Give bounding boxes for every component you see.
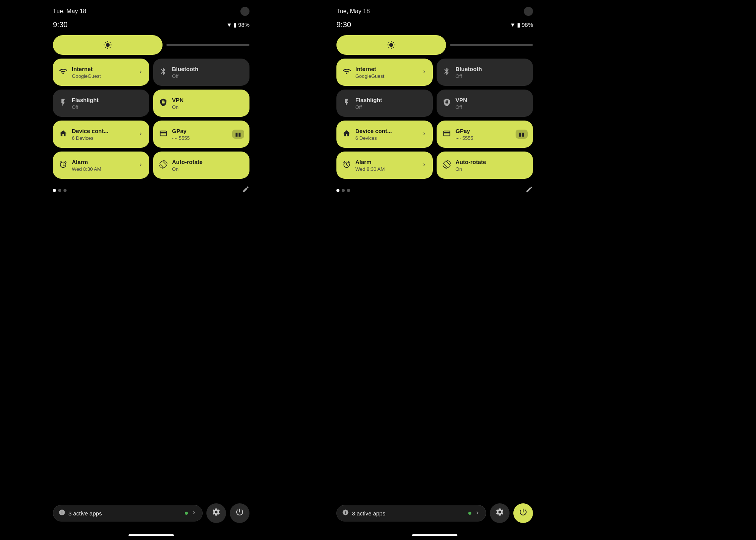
phone-panel-right: Tue, May 189:30▼▮98%InternetGoogleGuestB… bbox=[321, 0, 548, 540]
nav-bar bbox=[336, 534, 533, 540]
edit-icon[interactable] bbox=[242, 186, 249, 195]
status-icons: ▼▮98% bbox=[226, 22, 249, 28]
active-apps-pill[interactable]: 3 active apps bbox=[53, 505, 203, 521]
bottom-bar: 3 active apps bbox=[336, 503, 533, 534]
tile-badge: ▮▮ bbox=[516, 130, 528, 139]
tile-flashlight[interactable]: FlashlightOff bbox=[336, 90, 433, 117]
tile-flashlight[interactable]: FlashlightOff bbox=[53, 90, 149, 117]
tile-internet-text: InternetGoogleGuest bbox=[72, 66, 133, 79]
tile-autorotate-subtitle: On bbox=[455, 166, 527, 172]
nav-bar bbox=[53, 534, 249, 540]
battery-percent: 98% bbox=[238, 22, 249, 28]
page-dots bbox=[336, 189, 350, 192]
card-icon: ▮▮ bbox=[519, 131, 525, 137]
dots-row bbox=[53, 183, 249, 201]
time-row: 9:30▼▮98% bbox=[53, 19, 249, 35]
alarm-icon bbox=[59, 160, 67, 170]
app-container: Tue, May 189:30▼▮98%InternetGoogleGuestB… bbox=[0, 0, 756, 540]
tile-bluetooth[interactable]: BluetoothOff bbox=[153, 59, 249, 86]
tile-device-text: Device cont...6 Devices bbox=[72, 128, 133, 141]
page-dot-0[interactable] bbox=[53, 189, 56, 192]
tile-bluetooth[interactable]: BluetoothOff bbox=[437, 59, 533, 86]
tile-flashlight-text: FlashlightOff bbox=[355, 97, 427, 110]
chevron-right-icon bbox=[138, 131, 143, 138]
gpay-icon bbox=[443, 129, 451, 139]
tile-device-title: Device cont... bbox=[355, 128, 417, 135]
tile-vpn-text: VPNOn bbox=[172, 97, 243, 110]
tile-vpn[interactable]: VPNOn bbox=[153, 90, 249, 117]
tile-internet[interactable]: InternetGoogleGuest bbox=[53, 59, 149, 86]
tile-vpn-text: VPNOff bbox=[455, 97, 527, 110]
active-indicator-dot bbox=[185, 512, 188, 515]
tile-vpn[interactable]: VPNOff bbox=[437, 90, 533, 117]
power-button[interactable] bbox=[230, 503, 249, 523]
brightness-pill[interactable] bbox=[53, 35, 163, 55]
tile-internet-title: Internet bbox=[355, 66, 417, 73]
tile-autorotate[interactable]: Auto-rotateOn bbox=[153, 152, 249, 179]
power-icon bbox=[519, 508, 528, 519]
autorotate-icon bbox=[159, 160, 167, 170]
chevron-right-icon bbox=[421, 162, 427, 169]
tile-flashlight-subtitle: Off bbox=[355, 104, 427, 110]
tile-gpay[interactable]: GPay···· 5555▮▮ bbox=[153, 121, 249, 148]
tile-flashlight-title: Flashlight bbox=[355, 97, 427, 104]
settings-button[interactable] bbox=[206, 503, 226, 523]
apps-chevron-icon bbox=[474, 510, 480, 517]
page-dot-0[interactable] bbox=[336, 189, 339, 192]
tile-device-subtitle: 6 Devices bbox=[72, 135, 133, 141]
tile-device[interactable]: Device cont...6 Devices bbox=[336, 121, 433, 148]
autorotate-icon bbox=[443, 160, 451, 170]
tile-autorotate-text: Auto-rotateOn bbox=[172, 159, 243, 172]
brightness-slider[interactable] bbox=[450, 44, 533, 46]
tile-alarm-subtitle: Wed 8:30 AM bbox=[72, 166, 133, 172]
active-apps-count: 3 active apps bbox=[68, 510, 182, 517]
tile-gpay[interactable]: GPay···· 5555▮▮ bbox=[437, 121, 533, 148]
time-row: 9:30▼▮98% bbox=[336, 19, 533, 35]
tile-bluetooth-title: Bluetooth bbox=[455, 66, 527, 73]
brightness-row bbox=[336, 35, 533, 55]
status-date: Tue, May 18 bbox=[53, 8, 86, 15]
status-icons: ▼▮98% bbox=[510, 22, 533, 28]
page-dot-1[interactable] bbox=[342, 189, 345, 192]
flashlight-icon bbox=[59, 98, 67, 108]
chevron-right-icon bbox=[421, 131, 427, 138]
tile-internet-title: Internet bbox=[72, 66, 133, 73]
status-time: 9:30 bbox=[336, 20, 351, 29]
tile-flashlight-text: FlashlightOff bbox=[72, 97, 143, 110]
tile-badge: ▮▮ bbox=[232, 130, 244, 139]
brightness-pill[interactable] bbox=[336, 35, 446, 55]
tile-device-title: Device cont... bbox=[72, 128, 133, 135]
tile-internet-subtitle: GoogleGuest bbox=[355, 73, 417, 79]
tile-internet[interactable]: InternetGoogleGuest bbox=[336, 59, 433, 86]
active-apps-pill[interactable]: 3 active apps bbox=[336, 505, 486, 521]
tile-alarm[interactable]: AlarmWed 8:30 AM bbox=[53, 152, 149, 179]
settings-button[interactable] bbox=[490, 503, 510, 523]
tile-autorotate-subtitle: On bbox=[172, 166, 243, 172]
page-dot-1[interactable] bbox=[58, 189, 61, 192]
bottom-bar: 3 active apps bbox=[53, 503, 249, 534]
tile-alarm-subtitle: Wed 8:30 AM bbox=[355, 166, 417, 172]
chevron-right-icon bbox=[421, 69, 427, 76]
tile-alarm[interactable]: AlarmWed 8:30 AM bbox=[336, 152, 433, 179]
page-dot-2[interactable] bbox=[347, 189, 350, 192]
info-icon bbox=[342, 509, 349, 517]
settings-gear-icon bbox=[495, 508, 504, 519]
camera-pill bbox=[240, 7, 249, 16]
vpn-icon bbox=[159, 98, 167, 108]
dots-row bbox=[336, 183, 533, 201]
phone-panel-left: Tue, May 189:30▼▮98%InternetGoogleGuestB… bbox=[38, 0, 265, 540]
power-button[interactable] bbox=[513, 503, 533, 523]
battery-icon: ▮ bbox=[517, 22, 520, 28]
wifi-icon bbox=[59, 67, 67, 77]
brightness-slider[interactable] bbox=[166, 44, 249, 46]
tile-bluetooth-subtitle: Off bbox=[172, 73, 243, 79]
device-icon bbox=[342, 129, 351, 139]
tile-device[interactable]: Device cont...6 Devices bbox=[53, 121, 149, 148]
tile-autorotate[interactable]: Auto-rotateOn bbox=[437, 152, 533, 179]
settings-gear-icon bbox=[212, 508, 221, 519]
page-dot-2[interactable] bbox=[64, 189, 67, 192]
tile-bluetooth-subtitle: Off bbox=[455, 73, 527, 79]
edit-icon[interactable] bbox=[525, 186, 533, 195]
quick-settings-grid: InternetGoogleGuestBluetoothOffFlashligh… bbox=[53, 59, 249, 179]
status-bar: Tue, May 18 bbox=[53, 0, 249, 19]
